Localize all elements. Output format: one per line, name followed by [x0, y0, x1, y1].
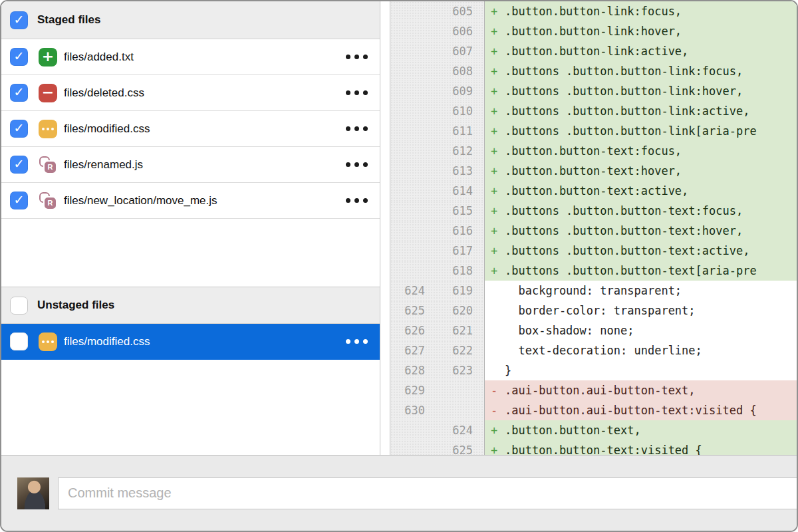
diff-line: 610+.buttons .button.button-link:active, [390, 101, 797, 121]
diff-line: 612+.button.button-text:focus, [390, 141, 797, 161]
unstaged-file-list: files/modified.css [1, 324, 380, 360]
new-line-number: 606 [425, 21, 473, 41]
file-row[interactable]: ✓Rfiles/new_location/move_me.js [1, 183, 380, 219]
code-text: .buttons .button.button-text:hover, [505, 221, 743, 241]
file-checkbox[interactable]: ✓ [10, 120, 28, 138]
new-line-number: 621 [425, 321, 473, 340]
code-text: .button.button-text:focus, [505, 141, 682, 161]
file-row[interactable]: files/modified.css [1, 324, 380, 360]
file-list-scroll-area[interactable]: ✓ Staged files ✓+files/added.txt✓−files/… [1, 1, 380, 455]
code-line: } [485, 360, 797, 380]
file-row[interactable]: ✓−files/deleted.css [1, 75, 380, 111]
unstaged-files-header: Unstaged files [1, 287, 380, 324]
row-menu-button[interactable] [346, 198, 368, 203]
file-name: files/added.txt [64, 51, 134, 64]
diff-sign: + [491, 81, 505, 101]
diff-line: 624619 background: transparent; [390, 281, 797, 301]
new-line-number: 609 [425, 81, 473, 101]
diff-sign [491, 340, 505, 360]
row-menu-button[interactable] [346, 126, 368, 131]
file-checkbox[interactable]: ✓ [10, 192, 28, 209]
file-checkbox[interactable]: ✓ [10, 156, 28, 174]
diff-sign: + [491, 221, 505, 241]
added-status-icon: + [39, 48, 57, 66]
file-checkbox[interactable] [10, 332, 28, 350]
new-line-number: 622 [425, 340, 473, 360]
code-line: +.buttons .button.button-link:hover, [485, 81, 797, 101]
diff-line: 613+.button.button-text:hover, [390, 161, 797, 181]
code-line: +.button.button-text:hover, [485, 161, 797, 181]
new-line-number: 612 [425, 141, 473, 161]
diff-sign: + [491, 241, 505, 261]
code-line: +.button.button-text:focus, [485, 141, 797, 161]
diff-sign: + [491, 1, 505, 21]
checkmark-icon: ✓ [14, 122, 25, 134]
new-line-number: 624 [425, 420, 473, 440]
file-row[interactable]: ✓+files/added.txt [1, 39, 380, 75]
code-text: .button.button-link:hover, [505, 21, 682, 41]
old-line-number [390, 420, 425, 440]
unstaged-toggle-checkbox[interactable] [10, 297, 28, 315]
diff-line: 614+.button.button-text:active, [390, 181, 797, 201]
line-number-gutter: 624 [390, 420, 485, 440]
file-name: files/renamed.js [64, 158, 143, 172]
code-line: border-color: transparent; [485, 301, 797, 321]
code-text: box-shadow: none; [505, 321, 634, 340]
row-menu-button[interactable] [346, 162, 368, 167]
checkmark-icon: ✓ [14, 194, 25, 206]
line-number-gutter: 630 [390, 400, 485, 420]
old-line-number: 628 [390, 360, 425, 380]
code-text: .buttons .button.button-link:active, [505, 101, 749, 121]
diff-view[interactable]: 605+.button.button-link:focus,606+.butto… [390, 1, 797, 455]
ellipsis-icon [42, 340, 54, 343]
code-text: .button.button-text:active, [505, 181, 688, 201]
new-line-number: 620 [425, 301, 473, 321]
checkmark-icon: ✓ [14, 86, 25, 98]
code-text: .buttons .button.button-link:hover, [505, 81, 743, 101]
row-menu-button[interactable] [346, 90, 368, 95]
line-number-gutter: 618 [390, 261, 485, 281]
diff-line: 626621 box-shadow: none; [390, 321, 797, 340]
file-row[interactable]: ✓files/modified.css [1, 111, 380, 147]
plus-icon: + [42, 49, 54, 64]
file-row[interactable]: ✓Rfiles/renamed.js [1, 147, 380, 183]
line-number-gutter: 625620 [390, 301, 485, 321]
line-number-gutter: 605 [390, 1, 485, 21]
row-menu-button[interactable] [346, 55, 368, 59]
old-line-number: 629 [390, 380, 425, 400]
diff-line: 617+.buttons .button.button-text:active, [390, 241, 797, 261]
new-line-number: 611 [425, 121, 473, 141]
line-number-gutter: 610 [390, 101, 485, 121]
line-number-gutter: 617 [390, 241, 485, 261]
git-client-window: ✓ Staged files ✓+files/added.txt✓−files/… [0, 0, 798, 532]
diff-sign: - [491, 380, 505, 400]
code-line: +.button.button-link:focus, [485, 1, 797, 21]
diff-sign: - [491, 400, 505, 420]
diff-line: 608+.buttons .button.button-link:focus, [390, 61, 797, 81]
old-line-number [390, 141, 425, 161]
file-checkbox[interactable]: ✓ [10, 84, 28, 102]
code-line: +.button.button-text, [485, 420, 797, 440]
diff-line: 625620 border-color: transparent; [390, 301, 797, 321]
new-line-number [425, 380, 473, 400]
code-line: +.button.button-text:visited { [485, 440, 797, 455]
unstaged-header-label: Unstaged files [37, 299, 114, 312]
code-text: .aui-button.aui-button-text, [505, 380, 696, 400]
diff-sign: + [491, 201, 505, 221]
ellipsis-icon [42, 128, 54, 130]
diff-sign: + [491, 261, 505, 281]
code-line: -.aui-button.aui-button-text, [485, 380, 797, 400]
old-line-number [390, 440, 425, 455]
new-line-number: 610 [425, 101, 473, 121]
diff-sign: + [491, 141, 505, 161]
minus-icon: − [42, 85, 54, 100]
row-menu-button[interactable] [346, 339, 368, 344]
code-line: +.buttons .button.button-text:hover, [485, 221, 797, 241]
commit-message-input[interactable] [58, 477, 797, 509]
diff-sign: + [491, 41, 505, 61]
line-number-gutter: 627622 [390, 340, 485, 360]
staged-toggle-checkbox[interactable]: ✓ [10, 11, 28, 29]
file-checkbox[interactable]: ✓ [10, 48, 28, 66]
user-avatar [17, 477, 49, 509]
modified-status-icon [39, 332, 57, 351]
